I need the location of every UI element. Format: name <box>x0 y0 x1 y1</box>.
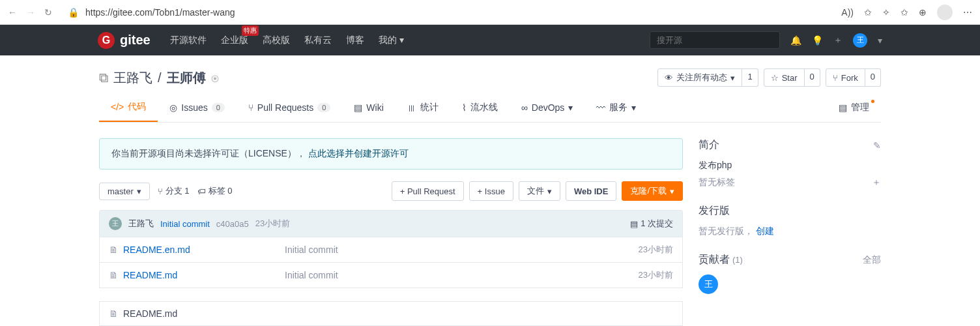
forward-icon[interactable]: → <box>26 7 35 18</box>
new-pr-button[interactable]: + Pull Request <box>392 181 464 201</box>
plus-icon[interactable]: ＋ <box>833 35 843 46</box>
file-icon: 🗎 <box>109 270 118 280</box>
watch-count[interactable]: 1 <box>742 68 758 87</box>
no-tags: 暂无标签 <box>699 177 735 188</box>
tab-issues[interactable]: ◎ Issues 0 <box>158 93 237 122</box>
star-button[interactable]: ☆ Star <box>764 68 805 87</box>
add-tag-icon[interactable]: ＋ <box>872 177 881 188</box>
nav-university[interactable]: 高校版 <box>263 32 290 49</box>
watch-button[interactable]: 👁 关注所有动态 ▾ <box>657 68 742 87</box>
webide-button[interactable]: Web IDE <box>566 181 617 201</box>
site-header: G gitee 开源软件 企业版 特惠 高校版 私有云 博客 我的 ▾ 🔔 💡 … <box>0 25 980 55</box>
file-icon: 🗎 <box>109 308 118 319</box>
commit-author[interactable]: 王路飞 <box>128 218 154 230</box>
nav-opensource[interactable]: 开源软件 <box>170 32 207 49</box>
all-contrib-link[interactable]: 全部 <box>863 254 881 266</box>
tab-wiki[interactable]: ▤ Wiki <box>342 93 395 122</box>
logo-text: gitee <box>120 33 151 48</box>
tab-pr[interactable]: ⑂ Pull Requests 0 <box>237 93 343 122</box>
logo-icon: G <box>98 32 115 49</box>
file-row: 🗎README.en.md Initial commit 23小时前 <box>100 237 682 263</box>
bell-icon[interactable]: 🔔 <box>790 35 801 46</box>
collections-icon[interactable]: ⊕ <box>919 7 927 18</box>
tag-count[interactable]: 🏷 标签 0 <box>197 185 233 197</box>
nav-mine[interactable]: 我的 ▾ <box>379 32 404 49</box>
readme-header: 🗎 README.md <box>99 301 683 326</box>
file-commit-msg[interactable]: Initial commit <box>285 244 639 255</box>
commit-avatar[interactable]: 王 <box>109 217 122 230</box>
banner-text: 你当前开源项目尚未选择许可证（LICENSE）， <box>111 148 306 158</box>
tab-stats[interactable]: ⫼ 统计 <box>396 93 450 122</box>
notification-dot <box>871 100 874 103</box>
release-title: 发行版 <box>699 204 730 218</box>
branch-select[interactable]: master ▾ <box>99 183 150 200</box>
repo-icon: ⧉ <box>99 70 108 85</box>
extensions-icon[interactable]: ✧ <box>882 7 890 18</box>
repo-header: ⧉ 王路飞 / 王师傅 ⍟ 👁 关注所有动态 ▾ 1 ☆ Star 0 ⑂ Fo… <box>99 55 881 93</box>
file-time: 23小时前 <box>639 244 673 256</box>
star-count[interactable]: 0 <box>805 68 820 87</box>
url-text: https://gitee.com/Tobn1/master-wang <box>85 7 235 18</box>
tab-pipeline[interactable]: ⌇ 流水线 <box>450 93 510 122</box>
readme-title: README.md <box>123 308 177 319</box>
back-icon[interactable]: ← <box>8 7 17 18</box>
repo-owner[interactable]: 王路飞 <box>113 69 152 87</box>
repo-tabs: </> 代码 ◎ Issues 0 ⑂ Pull Requests 0 ▤ Wi… <box>99 93 881 123</box>
favorite-icon[interactable]: ✩ <box>864 7 872 18</box>
tab-manage[interactable]: ▤ 管理 <box>827 93 881 122</box>
profile-icon[interactable] <box>937 5 953 20</box>
user-avatar[interactable]: 王 <box>853 33 867 48</box>
file-icon: 🗎 <box>109 244 118 255</box>
badge-icon: ⍟ <box>211 70 219 85</box>
promo-badge: 特惠 <box>242 25 259 36</box>
edit-intro-icon[interactable]: ✎ <box>873 140 881 151</box>
address-bar[interactable]: 🔒 https://gitee.com/Tobn1/master-wang <box>61 7 832 18</box>
new-issue-button[interactable]: + Issue <box>469 181 513 201</box>
commit-count[interactable]: ▤ 1 次提交 <box>630 218 673 230</box>
intro-text: 发布php <box>699 160 881 171</box>
code-toolbar: master ▾ ⑂ 分支 1 🏷 标签 0 + Pull Request + … <box>99 181 683 201</box>
nav-blog[interactable]: 博客 <box>346 32 364 49</box>
tab-service[interactable]: 〰 服务 ▾ <box>584 93 648 122</box>
search-input[interactable] <box>650 31 780 49</box>
commit-message[interactable]: Initial commit <box>160 219 210 229</box>
latest-commit: 王 王路飞 Initial commit c40a0a5 23小时前 ▤ 1 次… <box>99 210 683 237</box>
avatar-chevron-icon[interactable]: ▾ <box>878 35 882 46</box>
tab-devops[interactable]: ∞ DevOps ▾ <box>510 93 585 122</box>
text-size-icon[interactable]: A)) <box>841 7 854 18</box>
file-button[interactable]: 文件 ▾ <box>519 181 560 201</box>
fork-button[interactable]: ⑂ Fork <box>826 68 865 87</box>
fork-count[interactable]: 0 <box>865 68 881 87</box>
commit-time: 23小时前 <box>255 218 290 230</box>
intro-title: 简介 <box>699 138 719 152</box>
file-commit-msg[interactable]: Initial commit <box>285 270 639 280</box>
refresh-icon[interactable]: ↻ <box>44 7 52 18</box>
file-link[interactable]: 🗎README.en.md <box>109 244 285 255</box>
nav-private[interactable]: 私有云 <box>304 32 332 49</box>
file-row: 🗎README.md Initial commit 23小时前 <box>100 263 682 288</box>
bulb-icon[interactable]: 💡 <box>812 35 823 46</box>
file-time: 23小时前 <box>639 269 673 281</box>
file-link[interactable]: 🗎README.md <box>109 270 285 280</box>
favorites-bar-icon[interactable]: ✩ <box>901 7 908 18</box>
branch-count[interactable]: ⑂ 分支 1 <box>158 185 190 197</box>
logo[interactable]: G gitee <box>98 32 151 49</box>
license-banner: 你当前开源项目尚未选择许可证（LICENSE）， 点此选择并创建开源许可 <box>99 138 683 170</box>
browser-toolbar: ← → ↻ 🔒 https://gitee.com/Tobn1/master-w… <box>0 0 980 25</box>
contrib-title: 贡献者 <box>699 253 730 267</box>
commit-sha[interactable]: c40a0a5 <box>216 219 249 229</box>
contrib-count: (1) <box>732 255 743 265</box>
more-icon[interactable]: ⋯ <box>963 7 972 18</box>
create-release-link[interactable]: 创建 <box>756 226 774 236</box>
clone-button[interactable]: 克隆/下载 ▾ <box>622 181 683 201</box>
contributor-avatar[interactable]: 王 <box>699 274 718 294</box>
nav-enterprise[interactable]: 企业版 特惠 <box>221 32 248 49</box>
repo-name[interactable]: 王师傅 <box>167 69 206 87</box>
banner-link[interactable]: 点此选择并创建开源许可 <box>308 148 409 158</box>
tab-code[interactable]: </> 代码 <box>99 93 158 122</box>
no-release: 暂无发行版， <box>699 226 753 236</box>
repo-title: ⧉ 王路飞 / 王师傅 ⍟ <box>99 69 219 87</box>
file-list: 🗎README.en.md Initial commit 23小时前 🗎READ… <box>99 237 683 288</box>
lock-icon: 🔒 <box>68 7 79 18</box>
